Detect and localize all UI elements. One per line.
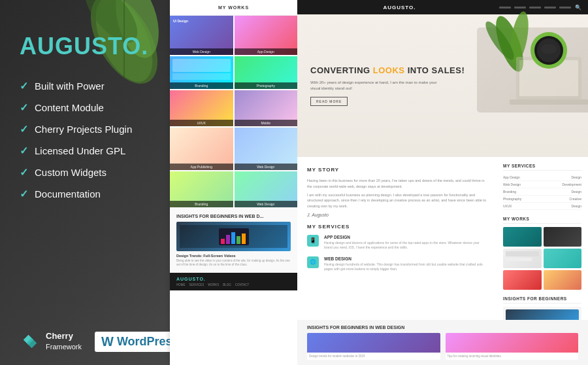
portfolio-item: Branding xyxy=(170,56,233,89)
service-name: WEB DESIGN xyxy=(324,256,487,261)
footer-logo: AUGUSTO. xyxy=(176,277,291,281)
portfolio-item: UI Design Web Design xyxy=(170,16,233,55)
brand-dot: . xyxy=(141,33,148,60)
story-text: Having been in this business for more th… xyxy=(307,178,487,190)
footer-link[interactable]: CONTACT xyxy=(235,283,249,287)
work-thumbnail xyxy=(544,249,582,268)
service-text: WEB DESIGN Having design hundreds of web… xyxy=(324,256,487,271)
services-title: MY SERVICES xyxy=(307,224,487,230)
nav-link[interactable] xyxy=(514,7,526,9)
blog-thumb-inner xyxy=(180,225,287,248)
svg-rect-11 xyxy=(237,236,240,244)
preview-blog-bottom: INSIGHTS FOR BEGINNERS IN WEB DESIGN Des… xyxy=(297,320,588,365)
list-item: App Design Design xyxy=(503,174,581,181)
feature-label: Documentation xyxy=(35,188,101,200)
list-item: ✓ Built with Power xyxy=(20,80,163,92)
right-services-section: MY SERVICES App Design Design Web Design… xyxy=(503,164,581,210)
list-item: Web Design Development xyxy=(503,181,581,188)
service-item: 📱 APP DESIGN Having design and dozens of… xyxy=(307,235,487,250)
footer-link[interactable]: SERVICES xyxy=(189,283,204,287)
portfolio-item-label: Web Design xyxy=(170,48,233,55)
app-design-icon: 📱 xyxy=(307,235,319,247)
story-signature: J. Augusto xyxy=(307,213,487,217)
web-design-icon: 🌐 xyxy=(307,256,319,268)
nav-link[interactable] xyxy=(529,7,541,9)
portfolio-item: Branding xyxy=(170,171,233,207)
hero-read-more-button[interactable]: READ MORE xyxy=(310,97,348,106)
work-thumbnail xyxy=(503,249,542,268)
check-icon: ✓ xyxy=(20,80,28,92)
work-thumbnail xyxy=(503,270,542,290)
hero-subtext: With 20+ years of design experience at h… xyxy=(310,80,441,92)
work-thumbnail xyxy=(503,227,542,247)
portfolio-item-label: App Design xyxy=(235,48,298,55)
right-services-title: MY SERVICES xyxy=(503,164,581,171)
portfolio-header: MY WORKS xyxy=(170,0,297,16)
footer-links-row: HOME SERVICES WORKS BLOG CONTACT xyxy=(176,283,291,287)
cherry-logo-icon xyxy=(20,331,41,352)
cherry-badge: Cherry Framework xyxy=(20,331,82,352)
preview-right-column: AUGUSTO. 🔍 xyxy=(297,0,588,365)
blog-card-text: Design trends for modern websites in 202… xyxy=(307,353,440,360)
preview-hero: AUGUSTO. 🔍 xyxy=(297,0,588,157)
blog-preview: Design Trends: Full Screen Videos Being … xyxy=(503,307,581,320)
blog-post-title: Design Trends: Full-Screen Videos xyxy=(176,254,291,258)
svg-rect-10 xyxy=(231,232,235,244)
svg-rect-12 xyxy=(242,234,246,244)
preview-body: MY STORY Having been in this business fo… xyxy=(297,157,588,320)
nav-link[interactable] xyxy=(499,7,511,9)
service-name: Branding xyxy=(503,190,516,194)
portfolio-item: Mobile xyxy=(235,90,298,126)
list-item: ✓ Documentation xyxy=(20,188,163,200)
portfolio-item-label: UI/UX xyxy=(170,120,233,126)
check-icon: ✓ xyxy=(20,101,28,114)
list-item: ✓ Licensed Under GPL xyxy=(20,145,163,157)
footer-logo-text: AUGUSTO. xyxy=(176,277,206,281)
portfolio-item: Photography xyxy=(235,56,298,89)
nav-link[interactable] xyxy=(559,7,571,9)
service-name: Web Design xyxy=(503,182,521,186)
work-thumbnail xyxy=(544,227,582,247)
portfolio-item: App Publishing xyxy=(170,128,233,170)
portfolio-item: App Design xyxy=(235,16,298,55)
right-works-section: MY WORKS xyxy=(503,217,581,290)
blog-bottom-title: INSIGHTS FOR BEGINNERS IN WEB DESIGN xyxy=(307,325,578,330)
preview-left-column: MY WORKS UI Design Web Design App Design… xyxy=(170,0,297,365)
service-name: App Design xyxy=(503,175,520,179)
blog-card-image xyxy=(446,333,579,353)
blog-thumbnail xyxy=(176,222,291,251)
blog-title: INSIGHTS FOR BEGINNERS IN WEB D... xyxy=(176,214,291,218)
list-item: ✓ Content Module xyxy=(20,101,163,114)
service-type: Design xyxy=(571,175,581,179)
preview-nav: AUGUSTO. 🔍 xyxy=(297,0,588,14)
nav-links xyxy=(499,7,571,9)
list-item: ✓ Cherry Projects Plugin xyxy=(20,123,163,135)
blog-card-text: Tips for creating stunning visual identi… xyxy=(446,353,579,360)
check-icon: ✓ xyxy=(20,145,28,157)
service-name: Photography xyxy=(503,197,521,201)
footer-link[interactable]: WORKS xyxy=(208,283,219,287)
footer-link[interactable]: HOME xyxy=(176,283,186,287)
footer-link[interactable]: BLOG xyxy=(223,283,231,287)
feature-label: Cherry Projects Plugin xyxy=(35,124,132,135)
blog-chart-icon xyxy=(218,227,250,247)
services-section: MY SERVICES 📱 APP DESIGN Having design a… xyxy=(307,224,487,271)
service-name: UI/UX xyxy=(503,204,512,208)
nav-link[interactable] xyxy=(544,7,556,9)
svg-rect-9 xyxy=(226,235,230,244)
hero-highlight: LOOKS xyxy=(373,65,405,75)
portfolio-title: MY WORKS xyxy=(176,5,291,10)
works-grid xyxy=(503,227,581,290)
cherry-text: Cherry Framework xyxy=(46,331,82,351)
portfolio-grid: UI Design Web Design App Design Branding… xyxy=(170,16,297,207)
wp-logo-icon: W xyxy=(101,334,114,349)
blog-post-text: Being able to see the video in your cont… xyxy=(176,259,291,268)
brand-name: AUGUSTO xyxy=(20,33,141,60)
features-list: ✓ Built with Power ✓ Content Module ✓ Ch… xyxy=(20,80,163,209)
list-item: UI/UX Design xyxy=(503,203,581,210)
blog-card: Tips for creating stunning visual identi… xyxy=(446,333,579,360)
service-type: Creative xyxy=(569,197,581,201)
search-icon[interactable]: 🔍 xyxy=(575,5,581,10)
blog-section: INSIGHTS FOR BEGINNERS IN WEB D... Desig… xyxy=(170,209,297,273)
service-desc: Having design hundreds of website. This … xyxy=(324,262,487,271)
